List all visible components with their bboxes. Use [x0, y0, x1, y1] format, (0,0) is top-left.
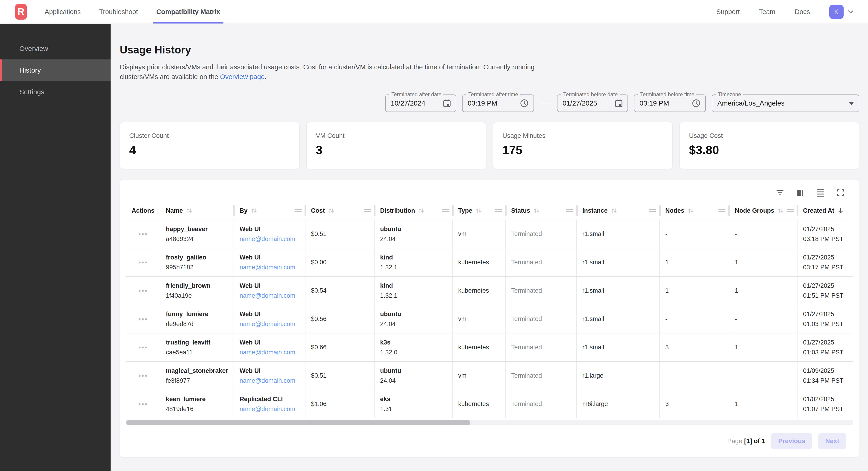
distribution-version: 1.32.0: [380, 349, 452, 356]
cell-actions: [126, 390, 160, 418]
created-by-email-link[interactable]: name@domain.com: [240, 264, 305, 271]
clock-icon[interactable]: [691, 99, 701, 108]
row-actions-menu-icon[interactable]: [139, 262, 147, 263]
page-description-text: Displays prior clusters/VMs and their as…: [120, 63, 534, 81]
cell-created-at: 01/27/2025 01:03 PM PST: [798, 333, 853, 361]
table-header-row: Actions Name By: [126, 202, 853, 220]
cell-cost: $0.51: [306, 220, 375, 248]
status-value: Terminated: [511, 287, 576, 294]
nodes-value: -: [665, 230, 729, 238]
row-actions-menu-icon[interactable]: [139, 375, 147, 377]
terminated-after-date-field[interactable]: Terminated after date 10/27/2024: [385, 94, 456, 112]
sidebar-item-overview[interactable]: Overview: [0, 38, 111, 59]
nav-item-applications[interactable]: Applications: [45, 0, 81, 24]
account-menu[interactable]: K: [829, 5, 855, 19]
cell-status: Terminated: [506, 362, 577, 390]
nav-item-troubleshoot[interactable]: Troubleshoot: [99, 0, 138, 24]
cell-status: Terminated: [506, 277, 577, 305]
column-header-nodes[interactable]: Nodes: [660, 202, 729, 219]
row-actions-menu-icon[interactable]: [139, 290, 147, 292]
sort-icon[interactable]: [474, 207, 483, 214]
terminated-before-time-field[interactable]: Terminated before time 03:19 PM: [634, 94, 706, 112]
created-by-email-link[interactable]: name@domain.com: [240, 406, 305, 413]
column-header-distribution[interactable]: Distribution: [375, 202, 453, 219]
status-value: Terminated: [511, 344, 576, 351]
sort-icon[interactable]: [610, 207, 618, 214]
column-header-name[interactable]: Name: [160, 202, 234, 219]
column-resize-handle-icon[interactable]: [294, 208, 302, 213]
sort-icon[interactable]: [687, 207, 694, 214]
column-resize-handle-icon[interactable]: [495, 208, 502, 213]
node-groups-value: 1: [735, 401, 797, 408]
row-actions-menu-icon[interactable]: [139, 347, 147, 348]
cell-instance: r1.small: [577, 277, 660, 305]
cell-distribution: k3s 1.32.0: [375, 333, 453, 361]
nav-item-team[interactable]: Team: [759, 8, 775, 16]
fullscreen-icon[interactable]: [836, 188, 846, 198]
created-by-email-link[interactable]: name@domain.com: [240, 321, 305, 328]
column-header-cost[interactable]: Cost: [306, 202, 375, 219]
created-date: 01/27/2025: [803, 311, 853, 318]
column-label: Distribution: [380, 207, 415, 214]
horizontal-scrollbar[interactable]: [126, 420, 853, 425]
timezone-select[interactable]: Timezone America/Los_Angeles: [712, 94, 859, 112]
overview-page-link[interactable]: Overview page: [220, 73, 265, 81]
terminated-after-time-field[interactable]: Terminated after time 03:19 PM: [462, 94, 534, 112]
filter-icon[interactable]: [775, 188, 785, 198]
sort-icon[interactable]: [185, 207, 193, 214]
calendar-icon[interactable]: [615, 99, 623, 108]
created-by-email-link[interactable]: name@domain.com: [240, 349, 305, 356]
terminated-before-date-field[interactable]: Terminated before date 01/27/2025: [557, 94, 628, 112]
column-header-instance[interactable]: Instance: [577, 202, 660, 219]
density-icon[interactable]: [816, 188, 826, 198]
distribution-version: 24.04: [380, 235, 452, 243]
sort-icon[interactable]: [250, 207, 258, 214]
sort-icon[interactable]: [777, 207, 784, 214]
avatar[interactable]: K: [829, 5, 844, 19]
column-resize-handle-icon[interactable]: [718, 208, 726, 213]
column-header-node-groups[interactable]: Node Groups: [729, 202, 798, 219]
column-resize-handle-icon[interactable]: [786, 208, 794, 213]
column-resize-handle-icon[interactable]: [364, 208, 371, 213]
stat-card-usage-minutes: Usage Minutes 175: [493, 122, 673, 169]
row-actions-menu-icon[interactable]: [139, 403, 147, 405]
created-by-email-link[interactable]: name@domain.com: [240, 377, 305, 384]
column-label: Created At: [803, 207, 834, 214]
row-actions-menu-icon[interactable]: [139, 233, 147, 235]
previous-page-button[interactable]: Previous: [771, 433, 812, 449]
column-resize-handle-icon[interactable]: [649, 208, 656, 213]
sidebar-item-settings[interactable]: Settings: [0, 81, 111, 103]
nav-item-compatibility-matrix[interactable]: Compatibility Matrix: [156, 0, 220, 24]
scrollbar-thumb[interactable]: [126, 420, 470, 425]
cell-created-at: 01/27/2025 01:03 PM PST: [798, 305, 853, 333]
created-by-email-link[interactable]: name@domain.com: [240, 235, 305, 243]
calendar-icon[interactable]: [443, 99, 451, 108]
cell-cost: $0.56: [306, 305, 375, 333]
nav-item-docs[interactable]: Docs: [795, 8, 810, 16]
nav-item-support[interactable]: Support: [716, 8, 740, 16]
distribution-name: ubuntu: [380, 226, 452, 233]
cell-node-groups: 1: [729, 390, 798, 418]
sidebar-item-history[interactable]: History: [0, 59, 111, 81]
column-header-status[interactable]: Status: [506, 202, 577, 219]
app-logo[interactable]: R: [15, 4, 27, 20]
created-by-source: Web UI: [240, 282, 305, 289]
sort-icon[interactable]: [327, 207, 335, 214]
cell-name: frosty_galileo 995b7182: [160, 248, 234, 276]
instance-value: r1.small: [582, 316, 659, 323]
sort-desc-icon[interactable]: [837, 207, 844, 214]
table-row: funny_lumiere de9ed87d Web UI name@domai…: [126, 305, 853, 333]
column-header-created-at[interactable]: Created At: [798, 202, 853, 219]
next-page-button[interactable]: Next: [818, 433, 846, 449]
created-by-email-link[interactable]: name@domain.com: [240, 292, 305, 299]
page-description: Displays prior clusters/VMs and their as…: [120, 62, 560, 82]
column-header-type[interactable]: Type: [453, 202, 506, 219]
sort-icon[interactable]: [533, 207, 540, 214]
row-actions-menu-icon[interactable]: [139, 318, 147, 320]
columns-icon[interactable]: [796, 188, 805, 198]
column-header-by[interactable]: By: [234, 202, 306, 219]
column-resize-handle-icon[interactable]: [442, 208, 449, 213]
column-resize-handle-icon[interactable]: [566, 208, 573, 213]
sort-icon[interactable]: [417, 207, 425, 214]
clock-icon[interactable]: [520, 99, 529, 108]
